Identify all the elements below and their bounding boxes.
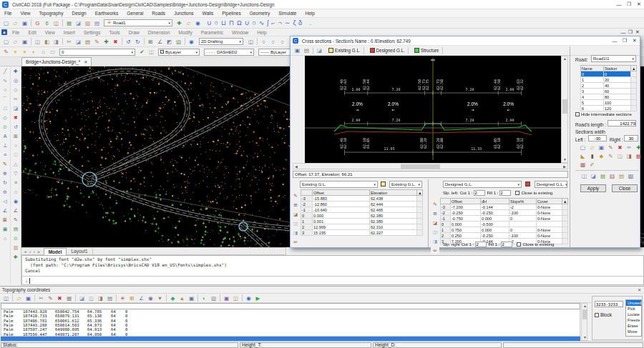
- point-range-input[interactable]: [595, 301, 623, 307]
- lower-icon[interactable]: ▼: [156, 294, 164, 302]
- menu-item[interactable]: View: [16, 11, 34, 16]
- copy-row-icon[interactable]: ◪: [292, 210, 300, 218]
- elevation-icon[interactable]: ▲: [178, 294, 186, 302]
- menu-item[interactable]: Window: [228, 30, 253, 35]
- pencil-icon[interactable]: ✎: [2, 48, 10, 56]
- close-to-existing-right-checkbox[interactable]: [517, 242, 521, 247]
- rotate-icon[interactable]: ↻: [1, 179, 9, 187]
- inspect-icon[interactable]: ◉: [12, 197, 20, 205]
- undo-tool-icon[interactable]: ↺: [12, 123, 20, 131]
- circle-icon[interactable]: ○: [1, 86, 9, 94]
- section-plot[interactable]: 2.002.007.207.207.207.202.002.0011.9511.…: [305, 56, 561, 163]
- text-icon[interactable]: A: [1, 132, 9, 140]
- rectangle-icon[interactable]: □: [1, 104, 9, 112]
- help-icon[interactable]: ◉: [245, 294, 253, 302]
- pick-mode-icon[interactable]: ◫: [2, 294, 10, 302]
- hatch-icon[interactable]: ≡: [1, 151, 9, 159]
- bulb-thaw-icon[interactable]: ●: [21, 48, 29, 56]
- menu-item[interactable]: General: [122, 11, 147, 16]
- designed-row[interactable]: 20.250-0.250-1000-None: [441, 233, 568, 239]
- menu-item[interactable]: File: [8, 30, 24, 35]
- block-checkbox[interactable]: [595, 313, 599, 317]
- plot-vscrollbar[interactable]: ▲▼: [561, 56, 568, 163]
- designed-row[interactable]: 10.7500.00000-None: [441, 227, 568, 233]
- layer-check-icon[interactable]: ✔: [138, 48, 146, 56]
- new-file-icon[interactable]: ▢: [2, 19, 10, 27]
- open-section-icon[interactable]: ▱: [588, 144, 596, 151]
- sun-icon[interactable]: ◐: [30, 48, 38, 56]
- region-icon[interactable]: ▣: [1, 225, 9, 233]
- snap-icon[interactable]: ✚: [12, 67, 20, 75]
- mode-list-item[interactable]: Move: [626, 329, 641, 334]
- osnap-icon[interactable]: ⊙: [12, 234, 20, 242]
- existing-row[interactable]: -2-12.86062.444: [301, 202, 423, 207]
- brush-icon[interactable]: ✎: [93, 38, 101, 46]
- menu-item[interactable]: Earthworks: [91, 11, 123, 16]
- save-section-icon[interactable]: ▣: [597, 144, 605, 151]
- menu-item[interactable]: Geometry: [245, 11, 275, 16]
- dialog-minimize-icon[interactable]: —: [610, 39, 620, 44]
- frame-icon[interactable]: ◫: [247, 38, 255, 46]
- add-section-icon[interactable]: ✚: [635, 144, 643, 151]
- menu-item[interactable]: Dimension: [144, 30, 175, 35]
- render-icon[interactable]: ◐: [200, 294, 208, 302]
- layout-nav-buttons[interactable]: « ‹ › »: [21, 249, 44, 254]
- cut-icon[interactable]: ✂: [37, 294, 45, 302]
- entity-props-icon[interactable]: ▥: [175, 38, 182, 46]
- station-row[interactable]: 00: [581, 71, 637, 77]
- menu-item[interactable]: Simulate: [274, 11, 301, 16]
- existing-color-swatch[interactable]: [381, 182, 386, 187]
- fill-right-input[interactable]: [501, 242, 512, 247]
- delete-icon[interactable]: ✖: [112, 38, 119, 46]
- lock-icon[interactable]: ⌂: [39, 48, 47, 56]
- grid-icon[interactable]: ▦: [65, 294, 73, 302]
- redo-icon[interactable]: ↻: [134, 38, 142, 46]
- locate-icon[interactable]: ◉: [147, 294, 155, 302]
- designed-layer-combo[interactable]: Designed G.L.▾: [535, 181, 567, 188]
- ucs-icon[interactable]: ∠: [156, 38, 164, 46]
- doc-close-icon[interactable]: ✕: [634, 29, 641, 35]
- existing-row[interactable]: 00.00062.380: [301, 213, 423, 219]
- database-icon[interactable]: ▣: [223, 294, 230, 302]
- menu-item[interactable]: Draw: [125, 30, 144, 35]
- dialog-close-icon[interactable]: ✕: [630, 38, 640, 44]
- move-icon[interactable]: ⊕: [1, 169, 9, 177]
- mode-list-item[interactable]: Unused: [626, 300, 641, 306]
- doc-restore-icon[interactable]: ❐: [627, 29, 634, 35]
- mode-list-item[interactable]: Freeze: [626, 317, 641, 323]
- save-icon[interactable]: ▣: [21, 19, 29, 27]
- sketch-icon[interactable]: ✎: [1, 160, 9, 168]
- slope-icon[interactable]: ◣: [579, 152, 587, 160]
- apply-button[interactable]: Apply: [580, 184, 606, 192]
- paste-icon[interactable]: ◨: [97, 294, 104, 302]
- menu-item[interactable]: Design: [67, 11, 90, 16]
- paste-row-icon[interactable]: ◫: [292, 219, 300, 227]
- station-row[interactable]: 240: [581, 83, 637, 89]
- tab-close-icon[interactable]: ✕: [84, 59, 87, 64]
- table-icon[interactable]: ▥: [84, 19, 92, 27]
- grid2-icon[interactable]: ▥: [12, 244, 20, 252]
- layers2-icon[interactable]: ◫: [616, 152, 624, 160]
- existing-row[interactable]: 315.15562.327: [301, 230, 423, 236]
- home-icon[interactable]: ⌂: [1, 234, 9, 242]
- mode-list-item[interactable]: Erase: [626, 323, 641, 329]
- run-icon[interactable]: ▶: [254, 294, 262, 302]
- menu-item[interactable]: Pipelines: [218, 11, 245, 16]
- wall-icon[interactable]: ▮: [588, 152, 596, 160]
- cone-icon[interactable]: ▽: [12, 169, 20, 177]
- menu-item[interactable]: Parametric: [197, 30, 228, 35]
- save-icon[interactable]: ▣: [21, 38, 29, 46]
- menu-item[interactable]: File: [0, 11, 16, 16]
- dimension-icon[interactable]: ⊥: [1, 141, 9, 149]
- hatch2-icon[interactable]: ▩: [579, 161, 587, 169]
- ellipse-icon[interactable]: ○: [12, 141, 20, 149]
- topo-table-scrollbar[interactable]: ▲▼: [581, 303, 587, 341]
- blocks-icon[interactable]: ◫: [52, 19, 60, 27]
- add-icon[interactable]: ✚: [175, 19, 183, 27]
- export-icon[interactable]: ▤: [618, 172, 625, 180]
- pen2-icon[interactable]: ✎: [607, 152, 615, 160]
- mode-list-item[interactable]: Pick: [626, 306, 641, 312]
- curve-tools-strip[interactable]: ∪○⊔⊓Ω∪○∿ʃ⌐¬∼ζδ .: [207, 19, 314, 26]
- copy-row-icon[interactable]: ◪: [431, 219, 439, 227]
- section-table-icon[interactable]: ▦: [599, 172, 607, 180]
